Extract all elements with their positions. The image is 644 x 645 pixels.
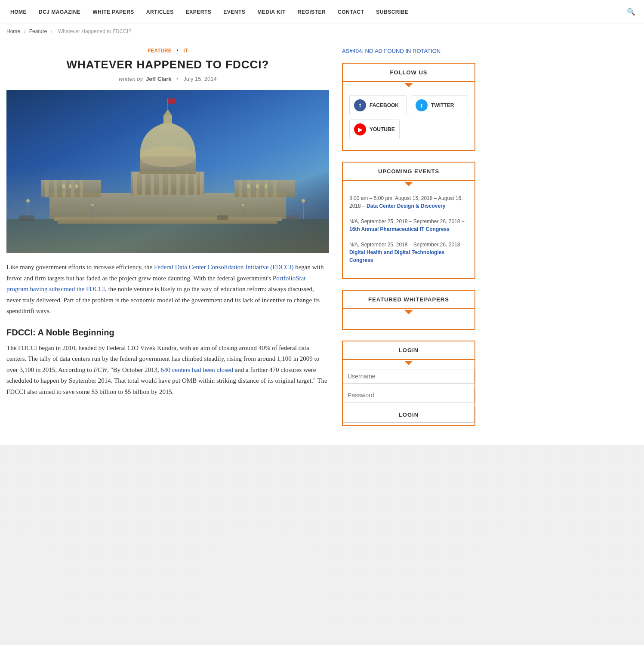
- breadcrumb-feature[interactable]: Feature: [29, 28, 47, 34]
- event-time-3: N/A, September 25, 2018 – September 26, …: [349, 242, 465, 248]
- breadcrumb-sep1: ›: [24, 28, 25, 34]
- top-navigation: HOME DCJ MAGAZINE WHITE PAPERS ARTICLES …: [0, 0, 644, 24]
- youtube-label: YOUTUBE: [370, 126, 395, 132]
- svg-rect-7: [54, 180, 57, 197]
- nav-events[interactable]: EVENTS: [217, 1, 251, 23]
- nav-register[interactable]: REGISTER: [292, 1, 332, 23]
- svg-rect-18: [142, 172, 145, 195]
- featured-whitepapers-box: FEATURED WHITEPAPERS: [342, 290, 475, 330]
- event-item-3: N/A, September 25, 2018 – September 26, …: [349, 241, 468, 264]
- youtube-icon: ▶: [354, 123, 366, 135]
- twitter-button[interactable]: t TWITTER: [411, 95, 468, 115]
- follow-us-box: FOLLOW US f FACEBOOK t TWITTER ▶: [342, 63, 475, 151]
- article-date: July 15, 2014: [183, 76, 216, 82]
- article-paragraph-2: The FDCCI began in 2010, headed by Feder…: [6, 343, 329, 398]
- featured-whitepapers-arrow: [343, 309, 475, 316]
- follow-us-header: FOLLOW US: [343, 64, 475, 82]
- login-button[interactable]: LOGIN: [343, 407, 475, 423]
- svg-rect-16: [131, 172, 204, 195]
- article-paragraph-1: Like many government efforts to increase…: [6, 262, 329, 317]
- nav-subscribe[interactable]: SUBSCRIBE: [370, 1, 414, 23]
- category-it[interactable]: IT: [183, 48, 188, 54]
- facebook-label: FACEBOOK: [370, 102, 399, 108]
- facebook-button[interactable]: f FACEBOOK: [349, 95, 407, 115]
- upcoming-events-title: UPCOMING EVENTS: [378, 168, 439, 175]
- upcoming-events-body: 8:00 am – 5:00 pm, August 15, 2018 – Aug…: [343, 188, 475, 278]
- link-portfoliostat[interactable]: PortfolioStat program having subsumed th…: [6, 275, 306, 293]
- svg-rect-32: [69, 184, 71, 188]
- sidebar: AS#404: NO AD FOUND IN ROTATION FOLLOW U…: [342, 48, 475, 436]
- svg-rect-31: [62, 184, 65, 188]
- event-item-2: N/A, September 25, 2018 – September 26, …: [349, 218, 468, 233]
- follow-us-title: FOLLOW US: [390, 69, 428, 76]
- featured-whitepapers-title: FEATURED WHITEPAPERS: [368, 296, 449, 303]
- nav-dcj-magazine[interactable]: DCJ MAGAZINE: [33, 1, 86, 23]
- link-fdcci[interactable]: Federal Data Center Consolidation Initia…: [154, 264, 294, 270]
- username-input[interactable]: [343, 369, 475, 384]
- breadcrumb-home[interactable]: Home: [6, 28, 20, 34]
- facebook-icon: f: [354, 99, 366, 111]
- meta-dot: •: [176, 76, 179, 82]
- svg-rect-22: [176, 172, 180, 195]
- svg-rect-23: [185, 172, 188, 195]
- svg-rect-45: [19, 215, 34, 221]
- nav-articles[interactable]: ARTICLES: [140, 1, 180, 23]
- svg-rect-33: [75, 184, 78, 188]
- event-link-1[interactable]: Data Center Design & Discovery: [367, 203, 445, 209]
- svg-point-42: [91, 204, 94, 206]
- nav-experts[interactable]: EXPERTS: [180, 1, 218, 23]
- svg-rect-6: [45, 180, 49, 197]
- article-category: FEATURE • IT: [6, 48, 329, 54]
- follow-us-body: f FACEBOOK t TWITTER ▶ YOUTUBE: [343, 89, 475, 150]
- svg-rect-1: [49, 193, 286, 219]
- svg-rect-25: [200, 172, 203, 195]
- svg-point-38: [26, 199, 30, 203]
- search-icon[interactable]: 🔍: [622, 0, 640, 24]
- sidebar-ad: AS#404: NO AD FOUND IN ROTATION: [342, 48, 475, 54]
- nav-contact[interactable]: CONTACT: [332, 1, 370, 23]
- nav-white-papers[interactable]: WHITE PAPERS: [86, 1, 140, 23]
- featured-whitepapers-body: [343, 316, 475, 329]
- svg-rect-2: [54, 217, 282, 221]
- link-640[interactable]: 640 centers had been closed: [161, 366, 233, 373]
- login-box: LOGIN LOGIN: [342, 341, 475, 426]
- svg-rect-14: [265, 180, 268, 197]
- svg-rect-46: [286, 215, 299, 221]
- article-title: WHATEVER HAPPENED TO FDCCI?: [6, 58, 329, 71]
- category-feature[interactable]: FEATURE: [148, 48, 172, 54]
- svg-rect-15: [273, 180, 277, 197]
- article-subheading: FDCCI: A Noble Beginning: [6, 328, 329, 338]
- password-input[interactable]: [343, 388, 475, 402]
- login-arrow: [343, 359, 475, 367]
- svg-rect-12: [247, 180, 251, 197]
- nav-home[interactable]: HOME: [4, 1, 33, 23]
- svg-rect-3: [58, 220, 277, 224]
- social-row-1: f FACEBOOK t TWITTER: [349, 95, 468, 115]
- twitter-label: TWITTER: [431, 102, 454, 108]
- svg-rect-9: [71, 180, 74, 197]
- social-row-2: ▶ YOUTUBE: [349, 120, 468, 139]
- breadcrumb: Home › Feature › Whatever Happened to FD…: [0, 24, 644, 39]
- svg-rect-21: [168, 172, 171, 195]
- event-link-3[interactable]: Digital Health and Digital Technologies …: [349, 249, 444, 263]
- svg-point-44: [242, 204, 244, 206]
- author-name: Jeff Clark: [146, 76, 171, 82]
- svg-rect-17: [133, 172, 137, 195]
- svg-rect-13: [256, 180, 259, 197]
- nav-media-kit[interactable]: MEDIA KIT: [251, 1, 291, 23]
- svg-rect-24: [194, 172, 197, 195]
- svg-point-40: [302, 199, 305, 203]
- follow-us-arrow: [343, 82, 475, 89]
- twitter-icon: t: [416, 99, 428, 111]
- author-prefix: written by: [119, 76, 143, 82]
- article-image: [6, 90, 329, 253]
- event-time-2: N/A, September 25, 2018 – September 26, …: [349, 218, 465, 224]
- login-form: LOGIN: [343, 367, 475, 425]
- event-link-2[interactable]: 16th Annual Pharmaceutical IT Congress: [349, 226, 450, 232]
- upcoming-events-box: UPCOMING EVENTS 8:00 am – 5:00 pm, Augus…: [342, 162, 475, 279]
- svg-rect-4: [41, 180, 101, 197]
- svg-rect-20: [159, 172, 163, 195]
- upcoming-events-arrow: [343, 181, 475, 188]
- svg-rect-5: [234, 180, 295, 197]
- youtube-button[interactable]: ▶ YOUTUBE: [349, 120, 400, 139]
